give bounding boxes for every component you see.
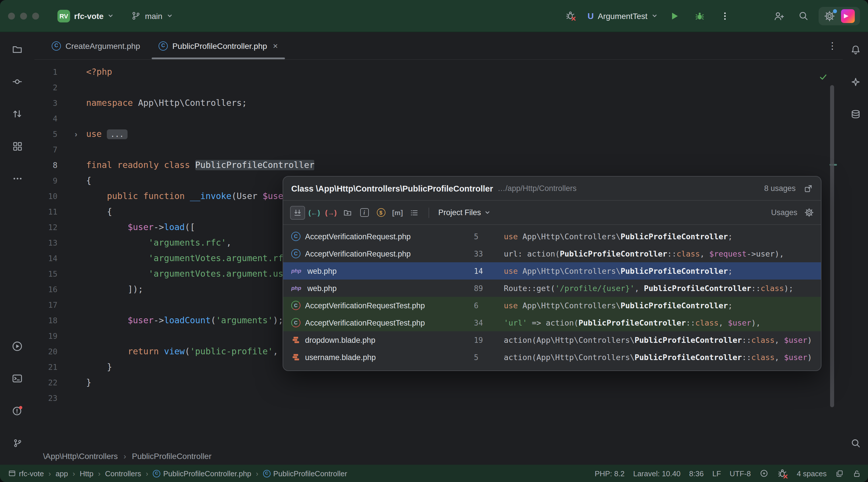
- line-number[interactable]: 3: [34, 95, 57, 111]
- scope-selector[interactable]: Project Files: [436, 208, 493, 217]
- status-breadcrumb-item[interactable]: CPublicProfileController: [263, 469, 347, 478]
- problems-tool-button[interactable]: [9, 403, 25, 419]
- project-widget[interactable]: RV rfc-vote: [54, 7, 118, 24]
- write-access-icon[interactable]: (→): [323, 206, 338, 220]
- usage-row[interactable]: CAcceptVerificationRequest.php33url: act…: [283, 245, 821, 262]
- editor-line[interactable]: 23: [34, 391, 843, 406]
- breadcrumb-item[interactable]: \App\Http\Controllers: [43, 452, 118, 461]
- status-breadcrumb-item[interactable]: rfc-vote: [8, 469, 44, 478]
- ai-assistant-status-icon[interactable]: [760, 469, 769, 478]
- methods-filter-icon[interactable]: [m]: [390, 206, 405, 220]
- file-encoding[interactable]: UTF-8: [730, 469, 751, 478]
- line-number[interactable]: 20: [34, 344, 57, 360]
- status-breadcrumb-item[interactable]: app: [56, 469, 68, 478]
- line-number[interactable]: 22: [34, 375, 57, 391]
- search-everywhere-button[interactable]: [795, 7, 812, 24]
- code-text[interactable]: 'arguments.rfc',: [86, 235, 231, 251]
- line-number[interactable]: 13: [34, 235, 57, 251]
- line-number[interactable]: 14: [34, 251, 57, 266]
- code-text[interactable]: 'argumentVotes.argument.rfc',: [86, 251, 299, 266]
- line-number[interactable]: 7: [34, 142, 57, 158]
- close-icon[interactable]: ×: [273, 41, 278, 51]
- tab-createargument-php[interactable]: CCreateArgument.php: [42, 32, 149, 59]
- commit-tool-button[interactable]: [9, 74, 25, 90]
- caret-position[interactable]: 8:36: [689, 469, 704, 478]
- debug-listener-icon[interactable]: [777, 468, 788, 479]
- pull-requests-tool-button[interactable]: [9, 106, 25, 122]
- status-breadcrumb-item[interactable]: Controllers: [105, 469, 141, 478]
- editor-line[interactable]: 8final readonly class PublicProfileContr…: [34, 158, 843, 173]
- line-number[interactable]: 9: [34, 173, 57, 189]
- code-text[interactable]: }: [86, 375, 91, 391]
- line-number[interactable]: 21: [34, 360, 57, 375]
- code-text[interactable]: 'argumentVotes.argument.user',: [86, 266, 304, 282]
- editor-line[interactable]: 5›use ...: [34, 126, 843, 142]
- expand-usages-icon[interactable]: [290, 206, 305, 220]
- usage-row[interactable]: CAcceptVerificationRequestTest.php6use A…: [283, 297, 821, 314]
- editor-line[interactable]: 2: [34, 80, 843, 95]
- editor-line[interactable]: 1<?php: [34, 64, 843, 80]
- usage-row[interactable]: phpweb.php89Route::get('/profile/{user}'…: [283, 280, 821, 297]
- code-text[interactable]: {: [86, 204, 112, 220]
- line-number[interactable]: 5: [34, 126, 57, 142]
- database-tool-button[interactable]: [847, 106, 863, 122]
- php-version[interactable]: PHP: 8.2: [595, 469, 624, 478]
- terminal-tool-button[interactable]: [9, 370, 25, 387]
- run-tool-button[interactable]: [9, 338, 25, 354]
- editor-line[interactable]: 7: [34, 142, 843, 158]
- line-number[interactable]: 11: [34, 204, 57, 220]
- line-number[interactable]: 2: [34, 80, 57, 95]
- more-tools-button[interactable]: [9, 170, 25, 187]
- line-number[interactable]: 23: [34, 391, 57, 406]
- gear-icon[interactable]: [804, 208, 814, 218]
- line-number[interactable]: 17: [34, 297, 57, 313]
- breadcrumb-item[interactable]: PublicProfileController: [132, 452, 211, 461]
- more-actions-button[interactable]: [716, 7, 734, 24]
- editor-line[interactable]: 4: [34, 111, 843, 126]
- laravel-version[interactable]: Laravel: 10.40: [633, 469, 680, 478]
- inspection-ok-icon[interactable]: [818, 73, 828, 82]
- open-in-window-icon[interactable]: [804, 184, 813, 193]
- tab-publicprofilecontroller-php[interactable]: CPublicProfileController.php×: [149, 32, 287, 59]
- status-breadcrumb-item[interactable]: Http: [80, 469, 93, 478]
- line-separator[interactable]: LF: [712, 469, 721, 478]
- line-number[interactable]: 16: [34, 282, 57, 297]
- project-tool-button[interactable]: [9, 41, 25, 58]
- line-number[interactable]: 18: [34, 313, 57, 329]
- phpstorm-logo[interactable]: [841, 9, 855, 23]
- run-configuration-selector[interactable]: U ArgumentTest: [588, 11, 658, 21]
- ai-assistant-button[interactable]: [847, 74, 863, 90]
- find-tool-button[interactable]: [847, 435, 863, 451]
- usage-row[interactable]: username.blade.php5action(App\Http\Contr…: [283, 348, 821, 366]
- usage-row[interactable]: CAcceptVerificationRequest.php5use App\H…: [283, 228, 821, 245]
- status-breadcrumb-item[interactable]: CPublicProfileController.php: [153, 469, 251, 478]
- minimize-window-button[interactable]: [20, 12, 27, 19]
- read-access-icon[interactable]: (←): [307, 206, 322, 220]
- code-text[interactable]: }: [86, 360, 112, 375]
- editor-scrollbar[interactable]: [830, 85, 834, 407]
- line-number[interactable]: 19: [34, 329, 57, 344]
- code-text[interactable]: public function __invoke(User $user): [86, 189, 294, 204]
- usage-row[interactable]: phpweb.php14use App\Http\Controllers\Pub…: [283, 262, 821, 280]
- code-text[interactable]: use ...: [86, 126, 127, 142]
- version-control-tool-button[interactable]: [9, 435, 25, 451]
- fold-column[interactable]: ›: [57, 126, 86, 142]
- code-text[interactable]: $user->loadCount('arguments');: [86, 313, 283, 329]
- structure-tool-button[interactable]: [9, 138, 25, 154]
- code-text[interactable]: <?php: [86, 64, 112, 80]
- code-text[interactable]: final readonly class PublicProfileContro…: [86, 158, 314, 173]
- zoom-window-button[interactable]: [32, 12, 39, 19]
- code-text[interactable]: $user->load([: [86, 220, 195, 235]
- lock-icon[interactable]: [852, 469, 861, 478]
- run-button[interactable]: [666, 7, 683, 24]
- tab-options-button[interactable]: ⋮: [828, 40, 837, 51]
- fold-arrow-icon[interactable]: ›: [75, 130, 77, 139]
- line-number[interactable]: 1: [34, 64, 57, 80]
- line-number[interactable]: 12: [34, 220, 57, 235]
- usage-row[interactable]: CAcceptVerificationRequestTest.php34'url…: [283, 314, 821, 331]
- debug-button[interactable]: [691, 7, 708, 24]
- add-user-button[interactable]: [770, 7, 787, 24]
- code-text[interactable]: return view('public-profile',: [86, 344, 278, 360]
- usage-row[interactable]: dropdown.blade.php19action(App\Http\Cont…: [283, 331, 821, 348]
- line-number[interactable]: 4: [34, 111, 57, 126]
